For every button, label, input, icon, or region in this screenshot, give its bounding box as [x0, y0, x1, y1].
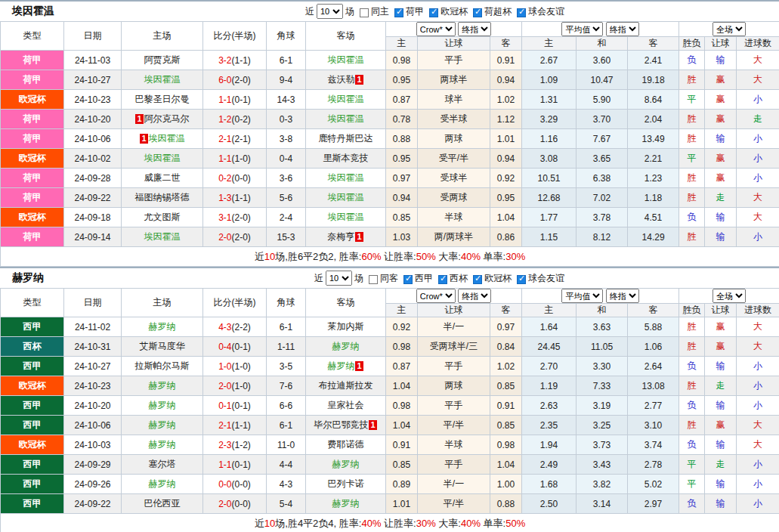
- league-filter-checkbox[interactable]: [403, 275, 413, 284]
- league-filter-checkbox[interactable]: [517, 8, 526, 17]
- subheader-avg-away: 客: [628, 37, 679, 51]
- away-team-name: 埃因霍温: [328, 212, 364, 222]
- avg-away-odds: 14.29: [628, 227, 679, 247]
- league-badge: 西杯: [1, 337, 64, 357]
- subheader-avg-away: 客: [628, 304, 679, 317]
- handicap-line: 受两球: [418, 188, 490, 208]
- crow-away-odds: 1.04: [490, 455, 522, 475]
- recent-count-select[interactable]: 10: [326, 271, 352, 286]
- league-filter-checkbox[interactable]: [473, 275, 482, 284]
- date-cell: 24-10-27: [64, 357, 122, 376]
- home-team-cell: 1阿尔克马尔: [122, 110, 203, 129]
- score-cell: 1-2(0-2): [203, 110, 267, 129]
- match-row: 荷甲24-10-061埃因霍温2-1(2-1)3-8鹿特丹斯巴达0.88两球1.…: [1, 129, 779, 149]
- summary-segment: 近: [255, 251, 264, 262]
- bookmaker-select[interactable]: Crow*: [416, 289, 456, 303]
- home-team-cell: 赫罗纳: [122, 317, 203, 337]
- crow-away-odds: 0.95: [490, 188, 522, 208]
- crow-away-odds: 0.91: [490, 51, 522, 70]
- league-filter-label[interactable]: 西甲: [415, 272, 433, 285]
- result-goals: 小: [737, 90, 779, 110]
- away-team-name: 鹿特丹斯巴达: [319, 133, 373, 144]
- league-badge: 西甲: [1, 317, 64, 337]
- league-filter-checkbox[interactable]: [517, 275, 526, 284]
- date-cell: 24-10-03: [64, 435, 122, 455]
- league-filter-label[interactable]: 西杯: [450, 272, 468, 285]
- halftime-score: (2-0): [232, 232, 251, 243]
- same-venue-label[interactable]: 同客: [380, 272, 398, 285]
- subheader-away-odds: 客: [490, 304, 522, 317]
- league-filter-checkbox[interactable]: [394, 8, 403, 17]
- away-team-name: 埃因霍温: [328, 94, 364, 104]
- home-team-name: 赫罗纳: [149, 400, 176, 410]
- away-team-cell: 莱加内斯: [306, 317, 386, 337]
- odds-stage-select[interactable]: 终指: [606, 289, 639, 303]
- league-filter-checkbox[interactable]: [473, 8, 482, 17]
- team-title: 埃因霍温: [0, 5, 54, 18]
- crow-away-odds: 0.94: [490, 149, 522, 169]
- column-header-type: 类型: [1, 289, 64, 317]
- crow-home-odds: 0.85: [386, 455, 418, 475]
- avg-draw-odds: 3.43: [577, 455, 628, 475]
- corner-cell: 6-1: [267, 51, 306, 70]
- avg-draw-odds: 3.70: [577, 110, 628, 129]
- league-badge: 欧冠杯: [1, 149, 64, 169]
- result-goals: 小: [737, 475, 779, 494]
- bookmaker-select[interactable]: Crow*: [416, 22, 456, 36]
- home-team-cell: 赫罗纳: [122, 475, 203, 494]
- avg-away-odds: 5.02: [628, 475, 679, 494]
- league-badge: 西甲: [1, 455, 64, 475]
- average-odds-select[interactable]: 平均值: [561, 22, 603, 36]
- league-badge: 欧冠杯: [1, 435, 64, 455]
- result-goals: 大: [737, 208, 779, 227]
- odds-stage-select[interactable]: 终指: [458, 289, 491, 303]
- result-handicap: 走: [705, 188, 737, 208]
- league-filter-label[interactable]: 欧冠杯: [484, 272, 512, 285]
- date-cell: 24-10-23: [64, 376, 122, 396]
- odds-stage-select[interactable]: 终指: [458, 22, 491, 36]
- league-filter-checkbox[interactable]: [429, 8, 438, 17]
- halftime-score: (0-0): [232, 479, 251, 490]
- same-venue-checkbox[interactable]: [369, 275, 378, 284]
- match-history-table: 类型 日期 主场 比分(半场) 角球 客场 Crow* 终指 平均值 终指 全场: [0, 21, 779, 267]
- column-header-date: 日期: [64, 289, 122, 317]
- handicap-line: 平手: [418, 455, 490, 475]
- home-team-cell: 赫罗纳: [122, 396, 203, 416]
- recent-count-select[interactable]: 10: [317, 4, 343, 19]
- league-filter-label[interactable]: 欧冠杯: [441, 5, 468, 18]
- league-filter-label[interactable]: 球会友谊: [528, 272, 564, 285]
- league-filter-label[interactable]: 荷甲: [406, 5, 424, 18]
- average-odds-select[interactable]: 平均值: [561, 289, 603, 303]
- score-cell: 3-1(2-0): [203, 208, 267, 227]
- avg-home-odds: 2.49: [522, 455, 577, 475]
- halftime-score: (0-2): [232, 114, 251, 125]
- match-row: 西甲24-09-29塞尔塔1-1(0-1)4-4赫罗纳0.85平手1.042.4…: [1, 455, 779, 475]
- result-goals: 大: [737, 416, 779, 435]
- result-handicap: 赢: [705, 90, 737, 110]
- corner-cell: 5-4: [267, 494, 306, 514]
- league-filter-checkbox[interactable]: [438, 275, 447, 284]
- fullmatch-select[interactable]: 全场: [713, 289, 746, 303]
- crow-away-odds: 1.02: [490, 90, 522, 110]
- crow-home-odds: 0.97: [386, 169, 418, 188]
- league-filter-label[interactable]: 荷超杯: [484, 5, 512, 18]
- league-filter-label[interactable]: 球会友谊: [528, 5, 564, 18]
- odds-stage-select[interactable]: 终指: [606, 22, 639, 36]
- summary-segment: 30%: [505, 251, 525, 262]
- score-cell: 1-1(0-1): [203, 90, 267, 110]
- column-header-type: 类型: [1, 22, 64, 51]
- avg-away-odds: 8.64: [628, 90, 679, 110]
- fullmatch-select[interactable]: 全场: [713, 22, 746, 36]
- column-header-score: 比分(半场): [203, 22, 267, 51]
- same-venue-checkbox[interactable]: [360, 8, 369, 17]
- summary-segment: 大率:: [436, 518, 461, 529]
- fulltime-score: 1-3: [218, 193, 231, 203]
- subheader-avg-home: 主: [522, 304, 577, 317]
- same-venue-label[interactable]: 同主: [371, 5, 389, 18]
- home-team-cell: 福图纳锡塔德: [122, 188, 203, 208]
- away-team-cell: 赫罗纳: [306, 337, 386, 357]
- home-team-cell: 1埃因霍温: [122, 129, 203, 149]
- halftime-score: (1-0): [232, 153, 251, 164]
- summary-segment: 近: [255, 518, 264, 529]
- home-team-cell: 艾斯马度华: [122, 337, 203, 357]
